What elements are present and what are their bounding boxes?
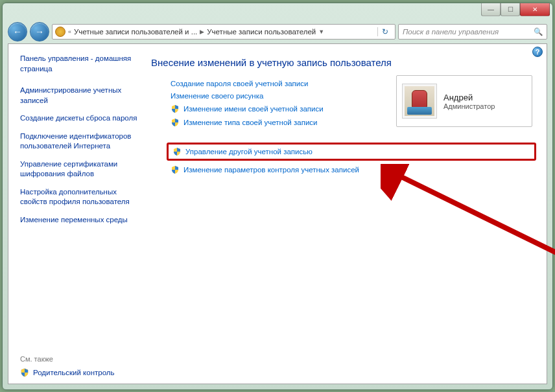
forward-button[interactable]: → [30, 22, 49, 41]
chevron-left-icon: « [68, 29, 71, 35]
sidebar-link[interactable]: Настройка дополнительных свойств профиля… [20, 187, 138, 207]
sidebar-link[interactable]: Изменение переменных среды [20, 215, 138, 225]
titlebar: — ☐ ✕ [3, 3, 552, 20]
action-manage-other-account[interactable]: Управление другой учетной записью [167, 143, 536, 161]
back-button[interactable]: ← [8, 22, 27, 41]
shield-icon [171, 104, 180, 113]
avatar-image [405, 86, 434, 116]
sidebar-link[interactable]: Создание дискеты сброса пароля [20, 113, 138, 124]
action-label: Изменение типа своей учетной записи [183, 119, 317, 126]
content-area: ? Панель управления - домашняя страница … [8, 43, 547, 384]
action-label: Изменение своего рисунка [171, 92, 263, 100]
maximize-button[interactable]: ☐ [501, 3, 520, 16]
action-label: Изменение имени своей учетной записи [183, 105, 324, 113]
navbar: ← → « Учетные записи пользователей и ...… [3, 20, 552, 43]
chevron-right-icon: ▶ [200, 29, 204, 35]
parental-control-label: Родительский контроль [33, 369, 115, 376]
window-frame: — ☐ ✕ ← → « Учетные записи пользователей… [2, 3, 553, 390]
search-input[interactable]: Поиск в панели управления 🔍 [398, 24, 547, 40]
user-card[interactable]: Андрей Администратор [396, 75, 532, 127]
user-accounts-icon [55, 27, 65, 37]
shield-icon [20, 368, 29, 377]
shield-icon [172, 147, 182, 156]
parental-control-link[interactable]: Родительский контроль [20, 368, 138, 377]
window-controls: — ☐ ✕ [481, 3, 550, 16]
shield-icon [171, 118, 180, 127]
avatar [402, 84, 437, 119]
chevron-down-icon[interactable]: ▼ [318, 29, 324, 35]
page-title: Внесение изменений в учетную запись поль… [151, 57, 532, 68]
breadcrumb-segment[interactable]: Учетные записи пользователей [207, 28, 316, 36]
action-label: Управление другой учетной записью [185, 148, 313, 156]
annotation-arrow [381, 164, 555, 313]
sidebar-link[interactable]: Администрирование учетных записей [20, 86, 138, 106]
user-role: Администратор [443, 102, 495, 110]
action-label: Изменение параметров контроля учетных за… [183, 166, 359, 174]
close-button[interactable]: ✕ [520, 3, 550, 16]
search-icon[interactable]: 🔍 [534, 27, 543, 36]
see-also-label: См. также [20, 355, 138, 363]
minimize-button[interactable]: — [481, 3, 501, 16]
shield-icon [171, 165, 180, 174]
main-panel: Внесение изменений в учетную запись поль… [145, 44, 547, 384]
svg-line-1 [394, 173, 555, 300]
breadcrumb-segment[interactable]: Учетные записи пользователей и ... [74, 28, 197, 36]
sidebar-link[interactable]: Подключение идентификаторов пользователе… [20, 132, 138, 152]
action-change-uac[interactable]: Изменение параметров контроля учетных за… [171, 165, 532, 174]
search-placeholder: Поиск в панели управления [403, 28, 499, 36]
action-label: Создание пароля своей учетной записи [171, 80, 308, 87]
sidebar-link[interactable]: Управление сертификатами шифрования файл… [20, 159, 138, 179]
breadcrumb[interactable]: « Учетные записи пользователей и ... ▶ У… [52, 24, 396, 40]
control-panel-home-link[interactable]: Панель управления - домашняя страница [20, 53, 138, 74]
user-name: Андрей [443, 93, 495, 102]
sidebar: Панель управления - домашняя страница Ад… [8, 44, 145, 384]
refresh-button[interactable]: ↻ [377, 27, 392, 36]
user-info: Андрей Администратор [443, 93, 495, 110]
sidebar-footer: См. также Родительский контроль [20, 349, 138, 377]
